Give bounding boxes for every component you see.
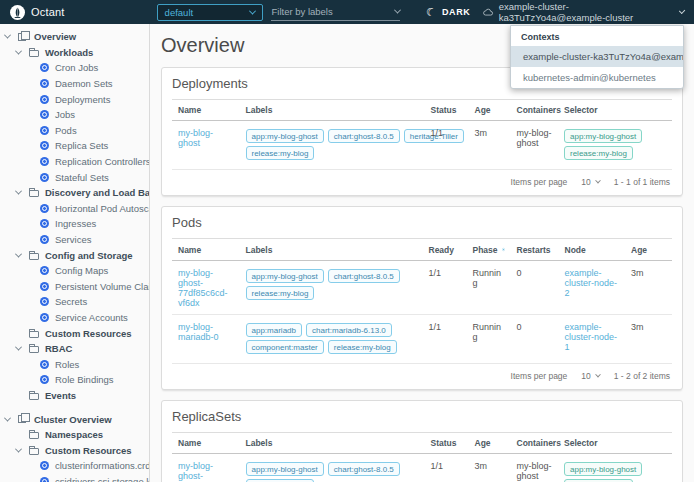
- navigation-sidebar: Overview Workloads Cron Jobs Daemon Sets…: [0, 24, 150, 482]
- sidebar-item-replication-controllers[interactable]: Replication Controllers: [0, 154, 149, 170]
- node-link[interactable]: example-cluster-node-1: [565, 322, 618, 352]
- context-menu-item[interactable]: kubernetes-admin@kubernetes: [511, 67, 683, 88]
- moon-icon: ☾: [425, 4, 438, 19]
- objects-icon: [18, 33, 26, 41]
- sidebar-item-roles[interactable]: Roles: [0, 356, 149, 372]
- app-branding: Octant: [10, 5, 65, 20]
- sidebar-item-horizontal-pod-autoscalers[interactable]: Horizontal Pod Autoscalers: [0, 201, 149, 217]
- chevron-down-icon[interactable]: [14, 190, 23, 195]
- column-header: Restarts: [511, 239, 559, 261]
- chevron-down-icon[interactable]: [14, 448, 23, 453]
- sidebar-item-role-bindings[interactable]: Role Bindings: [0, 372, 149, 388]
- sidebar-item-deployments[interactable]: Deployments: [0, 91, 149, 107]
- k8s-resource-icon: [40, 375, 49, 384]
- column-header: Age: [469, 433, 511, 454]
- sidebar-item-persistent-volume-claims[interactable]: Persistent Volume Claims: [0, 279, 149, 295]
- sidebar-item-clusterinformations-crd[interactable]: clusterinformations.crd.projec: [0, 458, 149, 474]
- sidebar-item-service-accounts[interactable]: Service Accounts: [0, 310, 149, 326]
- containers-cell: my-blog-ghost: [511, 121, 559, 170]
- sidebar-item-stateful-sets[interactable]: Stateful Sets: [0, 169, 149, 185]
- sidebar-item-config-and-storage[interactable]: Config and Storage: [0, 247, 149, 263]
- chevron-down-icon[interactable]: [14, 346, 23, 351]
- column-header: Labels: [240, 433, 425, 454]
- label-tag: chart:ghost-8.0.5: [328, 129, 400, 143]
- age-cell: 3m: [469, 121, 511, 170]
- sidebar-item-namespaces[interactable]: Namespaces: [0, 427, 149, 443]
- card-title: ReplicaSets: [172, 409, 672, 424]
- sidebar-item-workloads[interactable]: Workloads: [0, 45, 149, 61]
- sidebar-item-ingresses[interactable]: Ingresses: [0, 216, 149, 232]
- age-cell: 3m: [625, 315, 672, 364]
- chevron-down-icon: [595, 372, 601, 378]
- sidebar-item-cluster-custom-resources[interactable]: Custom Resources: [0, 442, 149, 458]
- replicaset-name-link[interactable]: my-blog-ghost-77df85c6cd: [178, 461, 225, 482]
- namespace-select[interactable]: default: [157, 4, 264, 21]
- deployment-name-link[interactable]: my-blog-ghost: [178, 128, 213, 148]
- column-header: Labels: [240, 239, 423, 261]
- chevron-down-icon[interactable]: [3, 417, 12, 422]
- label-tag: app:my-blog-ghost: [246, 129, 324, 143]
- phase-cell: Running: [467, 315, 511, 364]
- column-header: Selector: [558, 100, 672, 121]
- k8s-resource-icon: [40, 282, 49, 291]
- node-link[interactable]: example-cluster-node-2: [565, 268, 618, 298]
- context-selector[interactable]: example-cluster-ka3TuTzYo4a@example-clus…: [483, 1, 684, 23]
- column-header: Containers: [511, 433, 559, 454]
- sidebar-item-overview[interactable]: Overview: [0, 29, 149, 45]
- folder-icon: [29, 393, 39, 400]
- sidebar-item-services[interactable]: Services: [0, 232, 149, 248]
- chevron-down-icon[interactable]: [394, 7, 401, 14]
- k8s-resource-icon: [40, 141, 49, 150]
- sidebar-item-config-maps[interactable]: Config Maps: [0, 263, 149, 279]
- octant-logo: [10, 5, 25, 20]
- selector-tag: app:my-blog-ghost: [564, 129, 642, 143]
- label-tag: release:my-blog: [328, 340, 397, 354]
- table-row: my-blog-ghost-77df85c6cd app:my-blog-gho…: [172, 454, 672, 482]
- sidebar-item-custom-resources[interactable]: Custom Resources: [0, 325, 149, 341]
- column-header: Name: [172, 100, 240, 121]
- table-pagination: Items per page 10 1 - 2 of 2 items: [172, 364, 672, 389]
- table-row: my-blog-mariadb-0 app:mariadb chart:mari…: [172, 315, 672, 364]
- sidebar-item-pods[interactable]: Pods: [0, 123, 149, 139]
- sidebar-item-jobs[interactable]: Jobs: [0, 107, 149, 123]
- sidebar-item-discovery-and-load-balancing[interactable]: Discovery and Load Balancing: [0, 185, 149, 201]
- pod-name-link[interactable]: my-blog-ghost-77df85c6cd-vf6dx: [178, 268, 228, 308]
- folder-icon: [29, 50, 39, 57]
- column-header: Phase: [467, 239, 511, 261]
- label-filter: [271, 4, 400, 21]
- column-header: Selector: [558, 433, 672, 454]
- chevron-down-icon[interactable]: [14, 50, 23, 55]
- filter-icon[interactable]: [502, 244, 505, 255]
- sidebar-item-events[interactable]: Events: [0, 388, 149, 404]
- sidebar-item-cron-jobs[interactable]: Cron Jobs: [0, 60, 149, 76]
- deployments-table: Name Labels Status Age Containers Select…: [172, 99, 672, 170]
- theme-toggle[interactable]: ☾ DARK: [426, 6, 470, 19]
- page-size-select[interactable]: 10: [581, 371, 599, 381]
- pod-name-link[interactable]: my-blog-mariadb-0: [178, 322, 219, 342]
- sidebar-item-rbac[interactable]: RBAC: [0, 341, 149, 357]
- page-size-select[interactable]: 10: [581, 177, 599, 187]
- label-tag: component:master: [246, 340, 324, 354]
- sidebar-item-daemon-sets[interactable]: Daemon Sets: [0, 76, 149, 92]
- context-menu-item[interactable]: example-cluster-ka3TuTzYo4a@example-clu.…: [511, 46, 683, 67]
- sidebar-item-secrets[interactable]: Secrets: [0, 294, 149, 310]
- sidebar-item-csidrivers-crd[interactable]: csidrivers.csi.storage.k8s.io: [0, 474, 149, 482]
- label-tag: app:mariadb: [246, 323, 302, 337]
- age-cell: 3m: [469, 454, 511, 482]
- k8s-resource-icon: [40, 313, 49, 322]
- sidebar-item-replica-sets[interactable]: Replica Sets: [0, 138, 149, 154]
- contexts-dropdown-title: Contexts: [511, 26, 683, 46]
- folder-icon: [29, 346, 39, 353]
- namespace-select-value: default: [165, 7, 194, 18]
- chevron-down-icon[interactable]: [14, 253, 23, 258]
- sidebar-item-cluster-overview[interactable]: Cluster Overview: [0, 411, 149, 427]
- column-header: Status: [425, 433, 469, 454]
- pods-card: Pods Name Labels Ready Phase: [161, 206, 683, 390]
- chevron-down-icon[interactable]: [3, 34, 12, 39]
- folder-icon: [29, 448, 39, 455]
- k8s-resource-icon: [40, 461, 49, 470]
- label-filter-input[interactable]: [271, 6, 395, 17]
- ready-cell: 1/1: [423, 315, 467, 364]
- column-header: Name: [172, 433, 240, 454]
- label-tag: chart:mariadb-6.13.0: [306, 323, 392, 337]
